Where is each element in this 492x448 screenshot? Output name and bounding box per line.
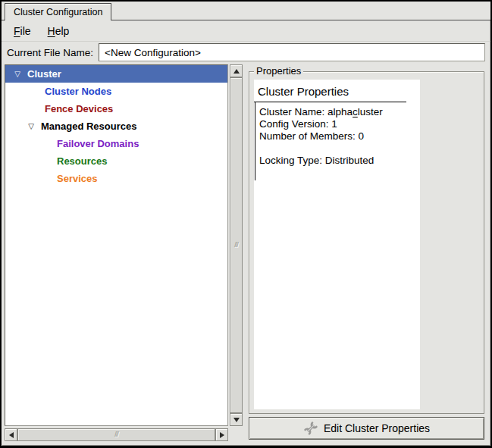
wrench-icon xyxy=(303,421,318,436)
current-file-name-input[interactable] xyxy=(99,43,485,61)
tab-row: Cluster Configuration xyxy=(2,2,490,20)
scroll-down-icon xyxy=(233,418,240,422)
scroll-left-icon xyxy=(9,432,14,438)
menu-help[interactable]: Help xyxy=(42,23,76,39)
tree-item-managed-resources[interactable]: Managed Resources xyxy=(5,117,227,135)
tree-item-fence-devices[interactable]: Fence Devices xyxy=(5,100,227,117)
menu-file[interactable]: File xyxy=(8,23,37,39)
properties-detail-block: Cluster Name: alphacluster Config Versio… xyxy=(255,102,420,180)
horizontal-scrollbar-thumb[interactable] xyxy=(17,428,215,441)
main-area: Cluster Cluster Nodes Fence Devices Mana… xyxy=(2,64,490,446)
cluster-name-prefix: Cluster Name: alpha xyxy=(259,106,353,117)
scroll-up-button[interactable] xyxy=(230,64,243,77)
cluster-configuration-window: Cluster Configuration File Help Current … xyxy=(0,0,492,448)
properties-frame: Properties Cluster Properties Cluster Na… xyxy=(249,71,484,414)
menu-help-rest: elp xyxy=(55,25,70,37)
menu-file-mnemonic: F xyxy=(14,25,20,37)
tree-item-services[interactable]: Services xyxy=(5,170,227,187)
number-of-members-line: Number of Members: 0 xyxy=(259,130,420,143)
tree-item-label: Failover Domains xyxy=(57,138,139,149)
tree-item-cluster-nodes[interactable]: Cluster Nodes xyxy=(5,83,227,100)
tree-item-failover-domains[interactable]: Failover Domains xyxy=(5,135,227,152)
grip-icon xyxy=(234,242,238,249)
tree-item-label: Managed Resources xyxy=(41,121,136,132)
menu-help-mnemonic: H xyxy=(48,25,55,37)
cluster-name-underlined: c xyxy=(353,106,358,117)
notebook-page: File Help Current File Name: Cluster Clu… xyxy=(2,20,490,446)
tree-item-label: Resources xyxy=(57,155,107,167)
vertical-scrollbar-thumb[interactable] xyxy=(230,77,243,413)
edit-button-row: Edit Cluster Properties xyxy=(249,417,484,440)
scroll-up-icon xyxy=(233,69,240,74)
expander-open-icon[interactable] xyxy=(11,70,24,78)
scroll-left-button[interactable] xyxy=(5,428,17,441)
tree-item-cluster[interactable]: Cluster xyxy=(5,65,227,83)
tree-item-label: Cluster xyxy=(27,68,61,80)
edit-cluster-properties-button[interactable]: Edit Cluster Properties xyxy=(249,417,484,440)
properties-pane: Properties Cluster Properties Cluster Na… xyxy=(247,64,490,443)
properties-frame-label: Properties xyxy=(254,65,303,77)
config-version-line: Config Version: 1 xyxy=(259,118,420,130)
scroll-right-icon xyxy=(220,432,224,438)
locking-type-line: Locking Type: Distributed xyxy=(259,155,420,167)
scroll-right-button[interactable] xyxy=(215,428,228,441)
tab-cluster-configuration[interactable]: Cluster Configuration xyxy=(5,3,111,20)
edit-cluster-properties-label: Edit Cluster Properties xyxy=(324,422,430,434)
horizontal-scrollbar[interactable] xyxy=(5,428,228,441)
scroll-down-button[interactable] xyxy=(230,413,243,426)
tree-item-resources[interactable]: Resources xyxy=(5,152,227,170)
grip-icon xyxy=(114,431,118,438)
tree-item-label: Cluster Nodes xyxy=(45,86,111,97)
cluster-name-line: Cluster Name: alphacluster xyxy=(259,106,420,118)
cluster-tree: Cluster Cluster Nodes Fence Devices Mana… xyxy=(5,64,228,426)
tab-label: Cluster Configuration xyxy=(14,7,102,17)
tree-item-label: Fence Devices xyxy=(45,103,113,114)
tree-item-label: Services xyxy=(57,173,98,184)
vertical-scrollbar[interactable] xyxy=(230,64,243,426)
tree-pane: Cluster Cluster Nodes Fence Devices Mana… xyxy=(5,64,243,443)
properties-title: Cluster Properties xyxy=(254,80,420,102)
properties-canvas: Cluster Properties Cluster Name: alphacl… xyxy=(254,80,420,409)
menubar: File Help xyxy=(2,20,490,42)
expander-open-icon[interactable] xyxy=(25,123,37,130)
menu-file-rest: ile xyxy=(20,25,31,37)
current-file-name-label: Current File Name: xyxy=(7,47,93,58)
cluster-name-suffix: luster xyxy=(358,106,383,117)
file-name-bar: Current File Name: xyxy=(2,42,490,64)
